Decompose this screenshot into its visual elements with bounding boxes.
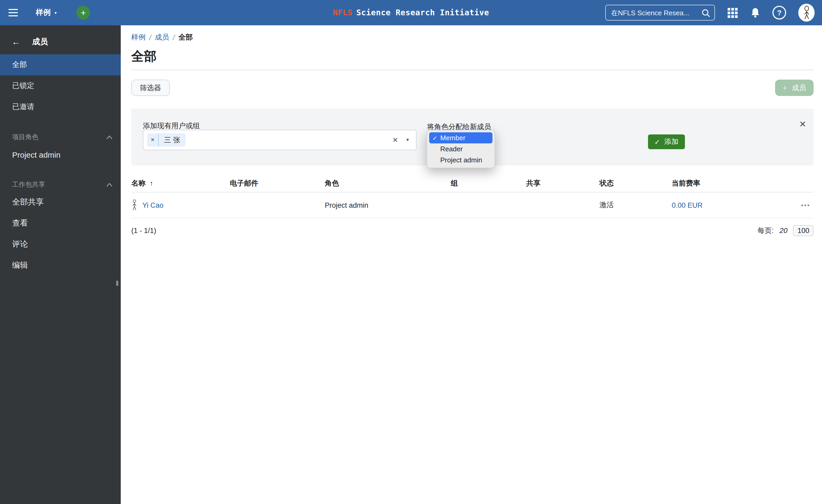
- member-name-link[interactable]: Yi Cao: [142, 201, 163, 209]
- main-content: 样例 / 成员 / 全部 全部 筛选器 + 成员 ✕ 添加现有用户或组 ×: [121, 25, 822, 504]
- breadcrumb-current: 全部: [178, 33, 193, 42]
- title-divider: [131, 70, 814, 70]
- column-header-rate[interactable]: 当前费率: [672, 178, 787, 188]
- user-stick-figure-icon: [131, 199, 138, 211]
- chevron-down-icon[interactable]: ▼: [405, 138, 410, 142]
- sidebar-item-shared-all[interactable]: 全部共享: [0, 191, 121, 212]
- plus-icon: +: [782, 84, 787, 92]
- add-member-label: 成员: [792, 83, 806, 92]
- member-role-cell: Project admin: [325, 201, 451, 209]
- sidebar: ← 成员 全部 已锁定 已邀请 项目角色 Project admin 工作包共享: [0, 25, 121, 504]
- project-switcher[interactable]: 样例 ▼: [28, 0, 65, 25]
- chevron-up-icon[interactable]: [106, 183, 112, 186]
- member-rate-link[interactable]: 0.00 EUR: [672, 201, 703, 209]
- column-header-role[interactable]: 角色: [325, 178, 451, 188]
- global-search[interactable]: [605, 5, 715, 21]
- table-row: Yi Cao Project admin 激活 0.00 EUR •••: [131, 192, 814, 218]
- chip-remove-icon[interactable]: ×: [147, 133, 159, 146]
- sidebar-item-all[interactable]: 全部: [0, 54, 121, 75]
- user-select-label: 添加现有用户或组: [143, 121, 200, 131]
- column-label: 角色: [325, 178, 339, 188]
- column-label: 组: [451, 178, 458, 188]
- confirm-add-label: 添加: [664, 137, 679, 146]
- sidebar-item-label: 查看: [12, 218, 28, 228]
- breadcrumb-separator: /: [149, 33, 151, 41]
- project-switcher-label: 样例: [36, 8, 51, 17]
- filter-button[interactable]: 筛选器: [131, 80, 169, 96]
- column-header-status[interactable]: 状态: [599, 178, 672, 188]
- sidebar-item-invited[interactable]: 已邀请: [0, 96, 121, 117]
- question-mark: ?: [777, 8, 781, 17]
- role-option-reader[interactable]: Reader: [429, 143, 492, 154]
- column-header-share[interactable]: 共享: [526, 178, 599, 188]
- column-label: 共享: [526, 178, 540, 188]
- column-header-email[interactable]: 电子邮件: [230, 178, 325, 188]
- page-title: 全部: [131, 48, 814, 65]
- role-option-project-admin[interactable]: Project admin: [429, 154, 492, 165]
- chevron-up-icon[interactable]: [106, 135, 112, 139]
- check-icon: ✓: [432, 134, 440, 141]
- add-member-panel: ✕ 添加现有用户或组 × 三 张 ✕ ▼ 将角色分配给新成员 ✓ Member: [131, 109, 814, 165]
- sidebar-item-label: 评论: [12, 239, 28, 249]
- logo-accent: NFLS: [333, 8, 353, 17]
- sidebar-item-project-admin[interactable]: Project admin: [0, 144, 121, 165]
- global-add-button[interactable]: +: [76, 6, 90, 19]
- option-label: Project admin: [440, 156, 482, 164]
- add-member-button[interactable]: + 成员: [775, 80, 814, 96]
- modules-grid-icon[interactable]: [727, 7, 738, 18]
- breadcrumb-separator: /: [173, 33, 175, 41]
- sidebar-item-locked[interactable]: 已锁定: [0, 75, 121, 96]
- role-dropdown-menu: ✓ Member Reader Project admin: [427, 130, 495, 168]
- per-page-option-20[interactable]: 20: [780, 227, 787, 234]
- sidebar-title: 成员: [32, 37, 48, 47]
- column-header-group[interactable]: 组: [451, 178, 526, 188]
- breadcrumb: 样例 / 成员 / 全部: [131, 33, 814, 42]
- search-icon[interactable]: [701, 8, 710, 17]
- close-icon[interactable]: ✕: [799, 119, 806, 129]
- sidebar-item-label: 全部: [12, 60, 27, 70]
- help-icon[interactable]: ?: [772, 6, 786, 19]
- logo-text: Science Research Initiative: [356, 8, 489, 17]
- member-rate-cell: 0.00 EUR: [672, 201, 787, 209]
- column-label: 名称: [131, 178, 145, 188]
- column-header-name[interactable]: 名称 ↑: [131, 178, 230, 188]
- user-avatar[interactable]: [798, 4, 815, 22]
- sidebar-item-edit[interactable]: 编辑: [0, 255, 121, 276]
- sidebar-item-view[interactable]: 查看: [0, 212, 121, 233]
- table-header-row: 名称 ↑ 电子邮件 角色 组 共享 状态 当前费率: [131, 174, 814, 192]
- members-table: 名称 ↑ 电子邮件 角色 组 共享 状态 当前费率: [131, 174, 814, 236]
- sidebar-item-comment[interactable]: 评论: [0, 233, 121, 255]
- sidebar-resize-handle[interactable]: ‖: [116, 280, 119, 287]
- section-label: 项目角色: [12, 133, 38, 141]
- plus-icon: +: [81, 8, 86, 17]
- breadcrumb-link-project[interactable]: 样例: [131, 33, 145, 42]
- per-page-label: 每页:: [757, 226, 774, 235]
- selected-user-chip: × 三 张: [147, 133, 185, 146]
- chip-label: 三 张: [159, 135, 185, 145]
- role-option-member[interactable]: ✓ Member: [429, 132, 492, 143]
- breadcrumb-link-members[interactable]: 成员: [155, 33, 169, 42]
- member-name-cell: Yi Cao: [131, 199, 230, 211]
- confirm-add-button[interactable]: ✓ 添加: [648, 134, 685, 149]
- hamburger-menu-icon[interactable]: [7, 4, 28, 22]
- column-label: 状态: [599, 178, 614, 188]
- row-actions-ellipsis-icon[interactable]: •••: [787, 202, 814, 208]
- sidebar-item-label: 已邀请: [12, 102, 34, 112]
- sidebar-item-label: 编辑: [12, 260, 28, 270]
- sidebar-item-label: Project admin: [12, 150, 60, 159]
- sidebar-section-wp-shares: 工作包共享: [0, 178, 121, 191]
- section-label: 工作包共享: [12, 180, 45, 189]
- clear-icon[interactable]: ✕: [392, 136, 398, 144]
- column-label: 当前费率: [672, 178, 700, 188]
- sidebar-section-project-roles: 项目角色: [0, 130, 121, 144]
- column-label: 电子邮件: [230, 178, 258, 188]
- search-input[interactable]: [611, 9, 698, 17]
- member-status-cell: 激活: [599, 200, 672, 210]
- sidebar-item-label: 已锁定: [12, 81, 34, 91]
- back-arrow-icon[interactable]: ←: [12, 37, 21, 46]
- per-page-option-100[interactable]: 100: [793, 225, 814, 236]
- notifications-bell-icon[interactable]: [750, 7, 760, 18]
- option-label: Member: [440, 134, 465, 142]
- user-select-input[interactable]: × 三 张 ✕ ▼: [143, 130, 417, 150]
- sort-asc-icon: ↑: [150, 179, 153, 187]
